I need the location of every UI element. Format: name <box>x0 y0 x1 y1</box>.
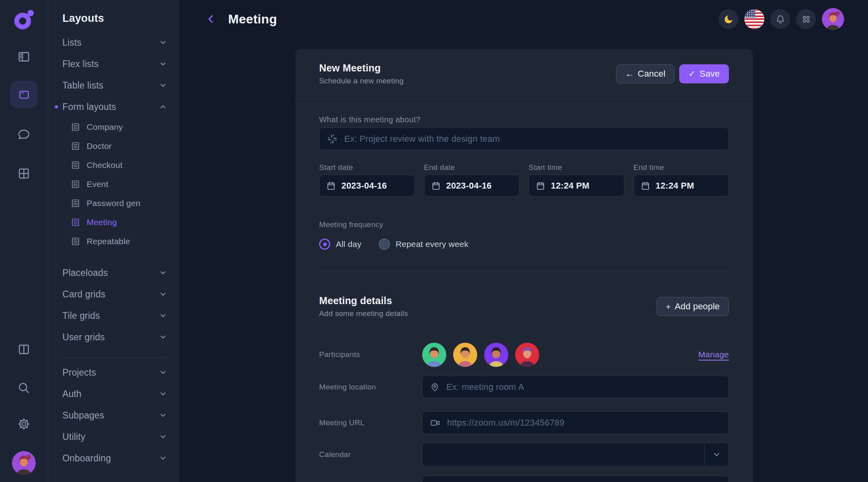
end-date-field[interactable]: 2023-04-16 <box>424 175 520 197</box>
radio-repeat-weekly[interactable]: Repeat every week <box>379 239 468 250</box>
sidebar-subitem-meeting-active[interactable]: Meeting <box>48 213 179 232</box>
video-camera-icon <box>430 418 440 428</box>
start-time-field[interactable]: 12:24 PM <box>529 175 624 197</box>
sidebar-item-auth[interactable]: Auth <box>48 383 179 405</box>
meeting-about-input[interactable] <box>343 133 721 145</box>
dark-mode-toggle[interactable] <box>719 9 738 29</box>
participant-avatar <box>515 343 539 367</box>
sidebar-item-form-layouts[interactable]: Form layouts <box>48 96 179 118</box>
rail-item-grid[interactable] <box>17 167 31 180</box>
cancel-button[interactable]: ← Cancel <box>616 64 674 83</box>
calendar-select[interactable] <box>422 443 729 467</box>
participants-row: Participants <box>319 342 729 367</box>
manage-link[interactable]: Manage <box>698 350 729 359</box>
sidebar-subitem-doctor[interactable]: Doctor <box>48 137 179 156</box>
rail-item-chat[interactable] <box>17 127 31 141</box>
radio-unselected-icon <box>379 239 390 250</box>
end-date-label: End date <box>424 162 520 173</box>
chevron-down-icon <box>159 454 167 463</box>
end-time-field[interactable]: 12:24 PM <box>634 175 729 197</box>
sidebar-item-utility[interactable]: Utility <box>48 426 179 447</box>
app-logo[interactable] <box>12 8 35 31</box>
cancel-button-label: Cancel <box>638 69 666 79</box>
profile-avatar-image <box>822 8 844 30</box>
rail-item-layouts-active[interactable] <box>10 81 38 108</box>
chevron-down-icon <box>159 389 167 398</box>
url-row: Meeting URL <box>319 411 729 434</box>
sidebar-item-projects[interactable]: Projects <box>48 362 179 383</box>
add-people-label: Add people <box>675 301 720 312</box>
language-button[interactable] <box>744 9 764 29</box>
sidebar-item-placeloads[interactable]: Placeloads <box>48 262 179 283</box>
radio-selected-icon <box>319 239 330 250</box>
start-date-value: 2023-04-16 <box>341 181 387 191</box>
calendar-icon <box>641 181 650 191</box>
participant-avatar <box>484 343 508 367</box>
rail-user-avatar[interactable] <box>12 451 36 475</box>
save-button[interactable]: ✓ Save <box>679 64 729 83</box>
sidebar-item-onboarding[interactable]: Onboarding <box>48 447 179 469</box>
chevron-down-icon <box>704 443 728 466</box>
participants-label: Participants <box>319 349 422 360</box>
next-field-row <box>319 467 729 482</box>
details-title: Meeting details <box>319 295 408 307</box>
arrow-left-icon: ← <box>625 69 634 78</box>
moon-icon <box>723 14 734 25</box>
back-button[interactable] <box>205 13 217 25</box>
location-field <box>422 376 729 398</box>
radio-repeat-weekly-label: Repeat every week <box>395 239 468 249</box>
sidebar-toggle-button[interactable] <box>17 50 31 64</box>
start-time-label: Start time <box>529 162 624 173</box>
sidebar-subitem-password-gen[interactable]: Password gen <box>48 194 179 213</box>
sidebar-item-user-grids[interactable]: User grids <box>48 326 179 348</box>
form-doc-icon <box>71 218 80 227</box>
schedule-section: What is this meeting about? Start date <box>295 114 753 272</box>
sidebar-subitem-repeatable[interactable]: Repeatable <box>48 232 179 251</box>
end-date-value: 2023-04-16 <box>446 181 492 191</box>
card-header: New Meeting Schedule a new meeting ← Can… <box>295 49 753 99</box>
rail-item-columns[interactable] <box>17 343 31 356</box>
next-field-partial[interactable] <box>422 476 729 482</box>
rail-item-settings[interactable] <box>17 417 31 431</box>
sidebar-item-flex-lists[interactable]: Flex lists <box>48 53 179 75</box>
sidebar-title: Layouts <box>48 10 179 32</box>
details-subtitle: Add some meeting details <box>319 309 408 318</box>
notifications-button[interactable] <box>770 9 790 29</box>
sidebar-item-tile-grids[interactable]: Tile grids <box>48 305 179 326</box>
start-time-cell: Start time 12:24 PM <box>529 162 624 197</box>
chevron-down-icon <box>159 290 167 299</box>
form-doc-icon <box>71 237 80 246</box>
sidebar-item-label: Utility <box>62 432 85 442</box>
apps-button[interactable] <box>796 9 816 29</box>
end-time-value: 12:24 PM <box>656 181 694 191</box>
frequency-label: Meeting frequency <box>319 220 729 230</box>
details-header: Meeting details Add some meeting details… <box>319 295 729 318</box>
chevron-down-icon <box>159 60 167 68</box>
location-input[interactable] <box>446 382 721 393</box>
url-label: Meeting URL <box>319 418 422 428</box>
sidebar-subitem-label: Repeatable <box>87 237 130 246</box>
gear-icon <box>17 417 31 431</box>
add-people-button[interactable]: + Add people <box>657 297 729 316</box>
participant-avatar <box>453 343 477 367</box>
sidebar-item-label: Lists <box>62 37 81 48</box>
sidebar-item-lists[interactable]: Lists <box>48 32 179 53</box>
sidebar-item-label: Form layouts <box>62 102 116 112</box>
sidebar-item-subpages[interactable]: Subpages <box>48 405 179 426</box>
calendar-icon <box>536 181 545 191</box>
participant-avatars <box>422 343 539 367</box>
form-doc-icon <box>71 179 80 189</box>
sidebar-item-label: Card grids <box>62 289 105 300</box>
bell-icon <box>775 14 786 25</box>
rail-item-search[interactable] <box>17 381 31 395</box>
url-input[interactable] <box>446 417 721 428</box>
sidebar-subitem-company[interactable]: Company <box>48 118 179 137</box>
start-date-field[interactable]: 2023-04-16 <box>319 175 415 197</box>
radio-all-day[interactable]: All day <box>319 239 361 250</box>
sidebar-subitem-checkout[interactable]: Checkout <box>48 156 179 175</box>
profile-avatar[interactable] <box>822 8 844 30</box>
sidebar-subitem-event[interactable]: Event <box>48 175 179 194</box>
sidebar-item-card-grids[interactable]: Card grids <box>48 283 179 305</box>
sidebar-subitem-label: Company <box>87 122 123 132</box>
sidebar-item-table-lists[interactable]: Table lists <box>48 75 179 96</box>
